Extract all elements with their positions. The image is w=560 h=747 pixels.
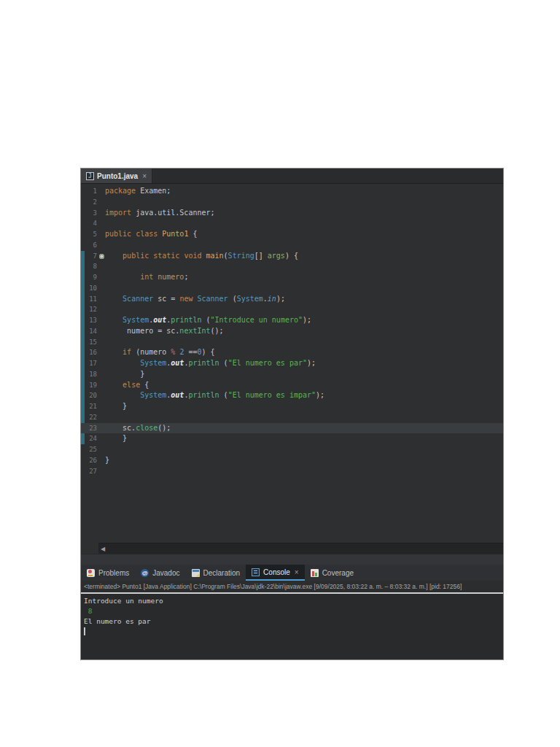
code-token: } [105,402,127,410]
line-number: 2 [81,197,98,208]
code-token [105,359,140,367]
text-cursor [84,627,85,635]
code-token: main [206,252,223,260]
tab-coverage[interactable]: Coverage [305,565,359,581]
code-text: Scanner sc = new Scanner (System.in); [105,294,285,305]
code-token: ) { [202,348,215,356]
line-number: 25 [81,444,98,455]
line-number: 18 [81,369,98,380]
javadoc-icon [141,569,149,577]
line-number: 5 [81,229,98,240]
code-token: ; [184,273,188,281]
gutter-marker-cell [98,283,105,294]
code-lines: 1package Examen;23import java.util.Scann… [81,184,503,476]
code-token: sc. [105,424,136,432]
gutter-marker-cell [98,294,105,305]
code-token: Examen; [136,187,171,195]
code-text: public class Punto1 { [105,229,197,240]
code-token: out [171,391,184,399]
gutter-marker-cell [98,272,105,283]
code-token: "Introduce un numero" [211,316,303,324]
code-token: in [268,295,276,303]
code-text: } [105,369,144,380]
code-line: 11 Scanner sc = new Scanner (System.in); [81,294,503,305]
line-number: 12 [81,304,98,315]
code-token: { [140,381,149,389]
tab-punto1-java[interactable]: Punto1.java × [81,169,152,183]
code-token: Punto1 [162,230,188,238]
code-token: "El numero es impar" [228,391,316,399]
gutter-marker-cell [98,337,105,348]
code-token: else [122,381,140,389]
code-line: 7 public static void main(String[] args)… [81,251,503,262]
gutter-marker-cell [98,433,105,444]
code-token: System [140,359,166,367]
line-number: 24 [81,433,98,444]
gutter-marker-cell [98,218,105,229]
console-output[interactable]: Introduce un numero 8El numero es par [81,594,503,659]
line-number: 21 [81,401,98,412]
line-number: 19 [81,380,98,391]
gutter-marker-cell [98,401,105,412]
line-number: 9 [81,272,98,283]
code-text: import java.util.Scanner; [105,208,215,219]
tab-console[interactable]: Console× [246,565,305,581]
code-text: public static void main(String[] args) { [105,251,298,262]
tab-javadoc[interactable]: Javadoc [135,565,185,581]
code-token [105,295,122,303]
code-token: System [140,391,166,399]
code-line: 18 } [81,369,503,380]
code-line: 23 sc.close(); [81,423,503,434]
code-token: nextInt [179,327,210,335]
code-token: (); [211,327,224,335]
close-tab-icon[interactable]: × [142,172,147,180]
code-line: 21 } [81,401,503,412]
code-token: System [122,316,149,324]
tab-declaration[interactable]: Declaration [186,565,246,581]
code-line: 9 int numero; [81,272,503,283]
code-text: } [105,401,127,412]
gutter-marker-cell [98,240,105,251]
code-editor[interactable]: 1package Examen;23import java.util.Scann… [81,184,503,554]
line-number: 16 [81,347,98,358]
line-number: 3 [81,208,98,219]
panel-sash[interactable] [81,554,503,565]
line-number: 23 [81,423,98,434]
code-token: ); [316,391,324,399]
close-tab-icon[interactable]: × [295,568,299,576]
tab-label: Console [263,568,290,576]
gutter-marker-cell [98,326,105,337]
code-token: } [105,370,144,378]
line-number: 7 [81,251,98,262]
code-token: numero [158,273,184,281]
console-line: El numero es par [84,616,500,627]
gutter-marker-cell [98,186,105,197]
code-line: 1package Examen; [81,186,503,197]
gutter-marker-cell [98,304,105,315]
code-line: 22 [81,412,503,423]
tab-label: Declaration [203,569,241,577]
line-number: 11 [81,294,98,305]
gutter-marker-cell [98,347,105,358]
code-token: println [171,316,201,324]
gutter-marker-cell [98,380,105,391]
tab-problems[interactable]: Problems [81,565,135,581]
gutter-marker-cell [98,315,105,326]
console-status-line: <terminated> Punto1 [Java Application] C… [81,581,503,594]
code-line: 3import java.util.Scanner; [81,208,503,219]
main-method-marker-icon [99,254,104,259]
code-token: public static void [122,252,206,260]
code-line: 16 if (numero % 2 ==0) { [81,347,503,358]
code-line: 6 [81,240,503,251]
gutter-marker-cell [98,261,105,272]
horizontal-scrollbar[interactable]: ◀ [98,543,503,554]
console-icon [252,568,260,576]
scroll-left-icon[interactable]: ◀ [98,546,105,552]
code-token: == [184,348,197,356]
line-number: 15 [81,337,98,348]
gutter-marker-cell [98,369,105,380]
console-line: Introduce un numero [84,596,500,606]
editor-tab-label: Punto1.java [97,172,138,180]
code-token [105,391,140,399]
line-number: 10 [81,283,98,294]
